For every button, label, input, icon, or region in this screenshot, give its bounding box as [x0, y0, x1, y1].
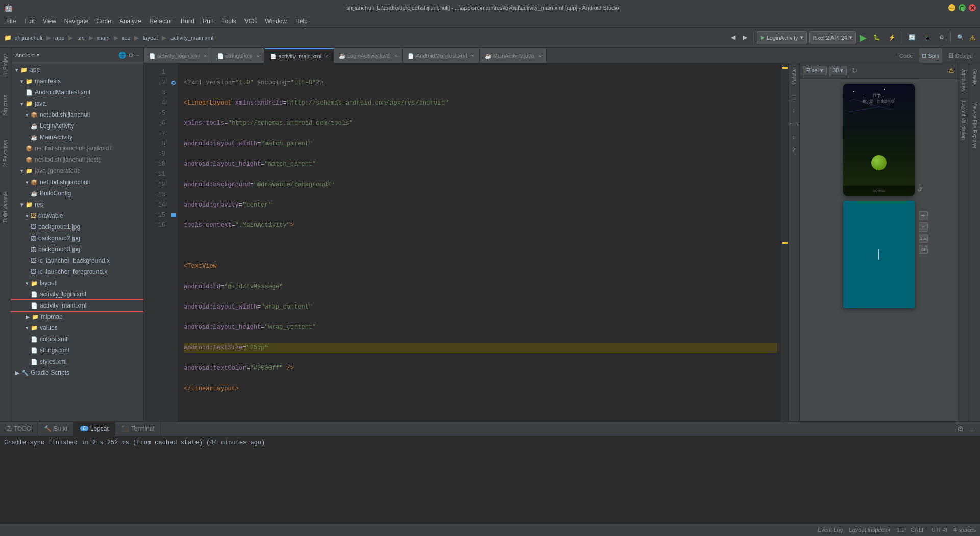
tree-item-activity-login[interactable]: 📄 activity_login.xml [11, 289, 143, 300]
side-tab-build-variants[interactable]: Build Variants [2, 187, 9, 226]
profile-button[interactable]: ⚡ [886, 31, 899, 45]
view-split-button[interactable]: ⊟ Split [919, 48, 942, 63]
side-tab-project[interactable]: 1: Project [2, 50, 9, 80]
tree-item-java[interactable]: ▾ 📁 java [11, 98, 143, 109]
back-button[interactable]: ◀ [728, 31, 738, 45]
window-controls[interactable]: ─ □ ✕ [948, 4, 976, 11]
attributes-btn[interactable]: ? [788, 144, 799, 156]
device-file-explorer-tab[interactable]: Device File Explorer [971, 99, 978, 152]
scope-button[interactable]: 🌐 [118, 52, 126, 59]
bottom-close-button[interactable]: − [968, 425, 976, 433]
menu-navigate[interactable]: Navigate [60, 17, 92, 26]
menu-edit[interactable]: Edit [20, 17, 39, 26]
bottom-settings-button[interactable]: ⚙ [955, 425, 966, 433]
run-button[interactable]: ▶ [858, 32, 868, 43]
tree-item-bg2[interactable]: 🖼 backgroud2.jpg [11, 233, 143, 244]
zoom-select[interactable]: 30 ▾ [829, 66, 847, 75]
menu-vcs[interactable]: VCS [240, 17, 261, 26]
tab-close-androidmanifest[interactable]: × [471, 53, 474, 59]
tab-loginactivity-java[interactable]: ☕ LoginActivity.java × [334, 48, 403, 63]
collapse-button[interactable]: − [136, 52, 139, 59]
tab-close-activity-login[interactable]: × [204, 53, 207, 59]
editor-scrollbar[interactable] [781, 63, 788, 421]
tree-item-bg3[interactable]: 🖼 backgroud3.jpg [11, 244, 143, 255]
palette-tool-btn3[interactable]: ⟺ [788, 118, 799, 129]
tree-item-mainactivity[interactable]: ☕ MainActivity [11, 132, 143, 143]
menu-tools[interactable]: Tools [218, 17, 240, 26]
status-indent[interactable]: 4 spaces [953, 527, 976, 533]
run-config-dropdown[interactable]: ▶ LoginActivity ▾ [757, 31, 807, 44]
tab-close-mainactivity[interactable]: × [538, 53, 542, 59]
sync-button[interactable]: 🔄 [905, 31, 919, 45]
tree-item-androidmanifest[interactable]: 📄 AndroidManifest.xml [11, 87, 143, 98]
tree-item-values[interactable]: ▾ 📁 values [11, 322, 143, 334]
tree-item-package-android[interactable]: 📦 net.lbd.shijianchuli (androidT [11, 143, 143, 154]
palette-tool-btn2[interactable]: ↕ [788, 105, 799, 116]
menu-run[interactable]: Run [199, 17, 218, 26]
tab-activity-login[interactable]: 📄 activity_login.xml × [144, 48, 212, 63]
debug-button[interactable]: 🐛 [870, 31, 884, 45]
zoom-in-button[interactable]: + [919, 211, 928, 220]
tree-item-loginactivity[interactable]: ☕ LoginActivity [11, 120, 143, 132]
tab-close-strings[interactable]: × [257, 53, 260, 59]
status-layout-inspector[interactable]: Layout Inspector [849, 527, 890, 533]
view-code-button[interactable]: ≡ Code [892, 48, 916, 63]
bottom-tab-terminal[interactable]: ⬛ Terminal [115, 422, 161, 436]
side-tab-favorites[interactable]: 2: Favorites [2, 136, 9, 171]
tab-activity-main[interactable]: 📄 activity_main.xml × [265, 48, 334, 63]
bottom-tab-build[interactable]: 🔨 Build [38, 422, 74, 436]
device-dropdown[interactable]: Pixel 2 API 24 ▾ [809, 31, 856, 44]
tree-item-styles[interactable]: 📄 styles.xml [11, 356, 143, 367]
attributes-tab[interactable]: Attributes [959, 65, 968, 95]
tab-close-loginactivity[interactable]: × [394, 53, 397, 59]
tree-item-package-main[interactable]: ▾ 📦 net.lbd.shijianchuli [11, 109, 143, 120]
tree-item-app[interactable]: ▾ 📁 app [11, 64, 143, 75]
tree-item-ic-fg[interactable]: 🖼 ic_launcher_foreground.x [11, 266, 143, 277]
refresh-preview-button[interactable]: ↻ [849, 65, 860, 76]
side-tab-structure[interactable]: Structure [2, 91, 9, 120]
tree-item-package-generated[interactable]: ▾ 📦 net.lbd.shijianchuli [11, 176, 143, 188]
palette-tab[interactable]: Palette [790, 65, 798, 87]
tree-item-layout[interactable]: ▾ 📁 layout [11, 277, 143, 289]
maximize-button[interactable]: □ [959, 4, 966, 11]
menu-view[interactable]: View [39, 17, 60, 26]
minimize-button[interactable]: ─ [948, 4, 955, 11]
sdk-button[interactable]: ⚙ [936, 31, 947, 45]
close-button[interactable]: ✕ [969, 4, 976, 11]
tab-androidmanifest[interactable]: 📄 AndroidManifest.xml × [403, 48, 480, 63]
tree-item-activity-main[interactable]: 📄 activity_main.xml [11, 300, 143, 311]
menu-file[interactable]: File [2, 17, 20, 26]
menu-help[interactable]: Help [291, 17, 312, 26]
status-encoding[interactable]: UTF-8 [932, 527, 947, 533]
tree-item-java-generated[interactable]: ▾ 📁 java (generated) [11, 165, 143, 176]
tree-item-drawable[interactable]: ▾ 🖼 drawable [11, 210, 143, 221]
view-design-button[interactable]: 🖼 Design [945, 48, 976, 63]
menu-code[interactable]: Code [92, 17, 115, 26]
code-content[interactable]: <?xml version="1.0" encoding="utf-8"?> <… [178, 63, 781, 421]
tab-close-activity-main[interactable]: × [325, 54, 328, 59]
settings-gear-icon[interactable]: ⚙ [128, 52, 134, 59]
tree-item-gradle-scripts[interactable]: ▶ 🔧 Gradle Scripts [11, 367, 143, 378]
gradle-tab[interactable]: Gradle [971, 65, 978, 89]
status-crlf[interactable]: CRLF [911, 527, 925, 533]
bottom-tab-todo[interactable]: ☑ TODO [0, 422, 38, 436]
tree-item-res[interactable]: ▾ 📁 res [11, 199, 143, 210]
tree-item-bg1[interactable]: 🖼 backgroud1.jpg [11, 221, 143, 233]
palette-tool-btn4[interactable]: ↕ [788, 131, 799, 142]
tree-item-package-test[interactable]: 📦 net.lbd.shijianchuli (test) [11, 154, 143, 165]
avd-button[interactable]: 📱 [921, 31, 934, 45]
forward-button[interactable]: ▶ [740, 31, 750, 45]
tab-mainactivity-java[interactable]: ☕ MainActivity.java × [480, 48, 547, 63]
tree-item-manifests[interactable]: ▾ 📁 manifests [11, 75, 143, 87]
menu-window[interactable]: Window [261, 17, 291, 26]
tree-item-buildconfig[interactable]: ☕ BuildConfig [11, 188, 143, 199]
layout-validation-tab[interactable]: Layout Validation [960, 99, 967, 142]
menu-analyze[interactable]: Analyze [115, 17, 145, 26]
zoom-fit-button[interactable]: ⊡ [919, 245, 928, 254]
tab-strings[interactable]: 📄 strings.xml × [212, 48, 265, 63]
menu-build[interactable]: Build [177, 17, 199, 26]
code-editor-inner[interactable]: 1 2 3 4 5 6 7 8 9 10 11 12 13 14 [144, 63, 788, 421]
zoom-reset-button[interactable]: 1:1 [919, 234, 928, 243]
bottom-tab-logcat[interactable]: 6 Logcat [74, 422, 115, 436]
tree-item-mipmap[interactable]: ▶ 📁 mipmap [11, 311, 143, 322]
